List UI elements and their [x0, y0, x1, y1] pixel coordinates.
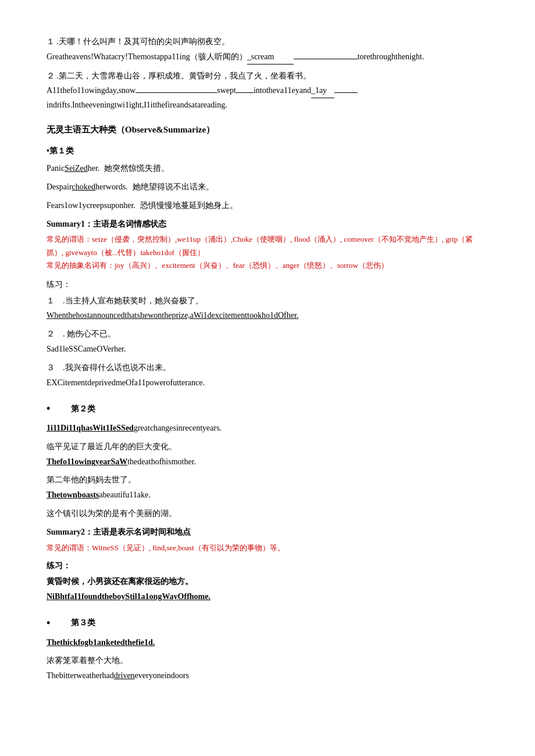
choked-underline: choked	[72, 182, 95, 191]
class1-section: •第１类 PanicSeiZedher.她突然惊慌失措。 Despairchok…	[47, 144, 488, 389]
bullet-dot-2: •	[47, 400, 50, 418]
intro-2-chinese: ２ .第二天，大雪席卷山谷，厚积成堆。黄昏时分，我点了火，坐着看书。	[47, 69, 488, 83]
class2-ex2-underline: Thefo11owingyearSaW	[47, 457, 127, 466]
practice1-item-3: ３ .我兴奋得什么话也说不出来。 EXCitementdeprivedmeOfa…	[47, 361, 488, 390]
practice1-2-english: Sad1leSSCameOVerher.	[47, 342, 488, 356]
intro-2-number: ２	[47, 71, 55, 80]
blank-in	[334, 92, 358, 93]
intro-1-number: １	[47, 37, 55, 46]
intro-2-english-line1: A11thefo11owingday,snowsweptintotheva11e…	[47, 84, 488, 112]
nightfall-underline: NiBhtfaI1foundtheboyStil1a1ongWayOffhome…	[47, 592, 211, 601]
excitement-underline: Whenthehostannouncedthatshewontheprize,a…	[47, 311, 298, 320]
class1-example-3-english: Fears1ow1ycreepsuponher.恐惧慢慢地蔓延到她身上。	[47, 199, 488, 213]
class3-example-1: Thethickfogb1anketedthefie1d.	[47, 636, 488, 650]
class3-ex1-underline: Thethickfogb1anketedthefie1d.	[47, 638, 155, 647]
summary1-label: Summary1：主语是名词情感状态	[47, 217, 488, 231]
intro-section: １ .天哪！什么叫声！及其可怕的尖叫声响彻夜空。 Greatheavens!Wh…	[47, 35, 488, 112]
blank-snow3	[236, 92, 254, 93]
section-title: 无灵主语五大种类（Observe&Summarize）	[47, 123, 488, 138]
blank-snow1	[135, 92, 188, 93]
class2-example-3: Thetownboastsabeautifu11ake.	[47, 488, 488, 502]
intro-1-chinese: １ .天哪！什么叫声！及其可怕的尖叫声响彻夜空。	[47, 35, 488, 49]
intro-item-1: １ .天哪！什么叫声！及其可怕的尖叫声响彻夜空。 Greatheavens!Wh…	[47, 35, 488, 65]
practice1: 练习： １ .当主持人宣布她获奖时，她兴奋极了。 Whenthehostanno…	[47, 278, 488, 390]
practice1-2-chinese: ２ . 她伤心不已。	[47, 327, 488, 341]
practice1-item-1: １ .当主持人宣布她获奖时，她兴奋极了。 Whenthehostannounce…	[47, 294, 488, 323]
summary1-red-line-2: 常见的抽象名词有：joy（高兴）、excitement（兴奋）、fear（恐惧）…	[47, 259, 488, 272]
class2-ex3-chinese: 这个镇引以为荣的是有个美丽的湖。	[47, 507, 488, 521]
blank-lay: _1ay	[311, 84, 334, 98]
class2-ex3-underline: Thetownboasts	[47, 490, 99, 499]
practice1-item-2: ２ . 她伤心不已。 Sad1leSSCameOVerher.	[47, 327, 488, 356]
class2-ex1-underline: 1i11Di11qhasWit1IeSSed	[47, 424, 134, 432]
practice2-english: NiBhtfaI1foundtheboyStil1a1ongWayOffhome…	[47, 590, 488, 604]
practice1-1-chinese: １ .当主持人宣布她获奖时，她兴奋极了。	[47, 294, 488, 308]
class2-section: • 第２类 1i11Di11qhasWit1IeSSedgreatchanges…	[47, 400, 488, 604]
class1-header: •第１类	[47, 144, 488, 158]
bullet-dot-3: •	[47, 614, 50, 632]
practice1-1-english: Whenthehostannouncedthatshewontheprize,a…	[47, 309, 488, 323]
summary2-red-line: 常见的谓语：WitneSS（见证）, find,see,boast（有引以为荣的…	[47, 542, 488, 554]
practice2: 练习： 黄昏时候，小男孩还在离家很远的地方。 NiBhtfaI1foundthe…	[47, 559, 488, 604]
main-content: １ .天哪！什么叫声！及其可怕的尖叫声响彻夜空。 Greatheavens!Wh…	[47, 35, 488, 683]
practice1-label: 练习：	[47, 278, 488, 292]
class3-section: • 第３类 Thethickfogb1anketedthefie1d. 浓雾笼罩…	[47, 614, 488, 683]
class3-example-2: Thebitterweatherhaddriveneveryoneindoors	[47, 669, 488, 683]
class2-header: • 第２类	[47, 400, 488, 418]
blank-snow2	[188, 92, 217, 93]
summary2-label: Summary2：主语是表示名词时间和地点	[47, 525, 488, 539]
driven-underline: driven	[114, 671, 135, 680]
blank-scream: _scream	[247, 50, 294, 65]
summary1-red-line-1: 常见的谓语：seize（侵袭，突然控制）,we11up（涌出）,Choke（使哽…	[47, 233, 488, 259]
intro-1-english: Greatheavens!Whatacry!Themostappa11ing（骇…	[47, 50, 488, 65]
class3-ex1-chinese: 浓雾笼罩着整个大地。	[47, 654, 488, 668]
class2-ex1-chinese: 临平见证了最近几年的的巨大变化。	[47, 440, 488, 454]
class1-example-1-english: PanicSeiZedher.她突然惊慌失措。	[47, 162, 488, 175]
seize-underline: SeiZed	[65, 164, 88, 173]
practice2-label: 练习：	[47, 559, 488, 573]
class1-example-2-english: Despairchokedherwords.她绝望得说不出话来。	[47, 180, 488, 194]
practice1-3-chinese: ３ .我兴奋得什么话也说不出来。	[47, 361, 488, 375]
class2-example-1: 1i11Di11qhasWit1IeSSedgreatchangesinrece…	[47, 421, 488, 435]
class3-header: • 第３类	[47, 614, 488, 632]
class2-ex2-chinese: 第二年他的妈妈去世了。	[47, 473, 488, 487]
class1-example-3-chinese: 恐惧慢慢地蔓延到她身上。	[140, 201, 238, 210]
practice2-chinese: 黄昏时候，小男孩还在离家很远的地方。	[47, 575, 488, 589]
practice1-3-english: EXCitementdeprivedmeOfa11powerofutteranc…	[47, 376, 488, 390]
class1-example-2-chinese: 她绝望得说不出话来。	[133, 182, 214, 191]
class2-example-2: Thefo11owingyearSaWthedeathofhismother.	[47, 455, 488, 469]
intro-item-2: ２ .第二天，大雪席卷山谷，厚积成堆。黄昏时分，我点了火，坐着看书。 A11th…	[47, 69, 488, 112]
blank-2	[294, 59, 358, 59]
class1-example-1-chinese: 她突然惊慌失措。	[104, 164, 169, 173]
